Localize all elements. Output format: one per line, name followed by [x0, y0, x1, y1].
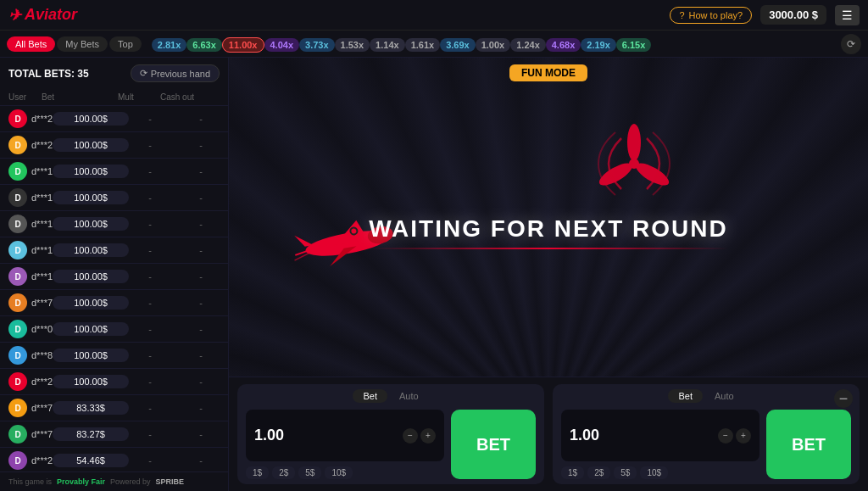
multiplier-badges: 2.81x6.63x11.00x4.04x3.73x1.53x1.14x1.61…: [152, 36, 652, 52]
bet-cashout-cell: -: [171, 429, 228, 439]
bet-amount-1: 1.00: [254, 427, 398, 444]
shortcut-10s[interactable]: 10$: [325, 466, 353, 479]
multiplier-badge[interactable]: 6.15x: [616, 38, 652, 52]
table-row: D d***1 100.00$ - -: [0, 264, 228, 290]
bet-panel-2-inner: 1.00 − + 1$ 2$ 5$ 10$: [561, 410, 851, 479]
bet-user: D d***2: [8, 136, 53, 154]
tab-top[interactable]: Top: [109, 36, 142, 52]
shortcut2-5s[interactable]: 5$: [614, 466, 637, 479]
multiplier-badge[interactable]: 3.73x: [299, 38, 335, 52]
bet-amount-controls-1: − +: [403, 428, 436, 444]
multiplier-bar: All Bets My Bets Top 2.81x6.63x11.00x4.0…: [0, 31, 868, 58]
bet-cashout-cell: -: [171, 192, 228, 203]
tabs: All Bets My Bets Top: [7, 36, 142, 52]
bet-amount-cell: 100.00$: [53, 296, 129, 310]
bet-cashout-cell: -: [171, 140, 228, 150]
bet-mult-cell: -: [129, 166, 171, 176]
bet-amount-cell: 100.00$: [53, 270, 129, 283]
fun-mode-badge: FUN MODE: [509, 64, 587, 81]
shortcut2-1s[interactable]: 1$: [561, 466, 584, 479]
multiplier-badge[interactable]: 2.19x: [581, 38, 616, 52]
bet-mult-cell: -: [129, 403, 171, 413]
bet-cashout-cell: -: [171, 219, 228, 229]
shortcut-1s[interactable]: 1$: [246, 466, 269, 479]
game-area: FUN MODE: [229, 58, 868, 491]
multiplier-badge[interactable]: 2.81x: [152, 38, 187, 52]
bet-amount-cell: 100.00$: [53, 191, 129, 204]
bet-plus-2[interactable]: +: [736, 428, 751, 444]
table-row: D d***1 100.00$ - -: [0, 211, 228, 237]
multiplier-badge[interactable]: 3.69x: [440, 38, 476, 52]
multiplier-badge[interactable]: 4.68x: [546, 38, 581, 52]
remove-panel-button[interactable]: −: [834, 389, 853, 408]
bet-panel-2-tab-bet[interactable]: Bet: [668, 389, 703, 403]
balance-display: 3000.00 $: [760, 5, 826, 25]
avatar: D: [8, 425, 27, 444]
bet-mult-cell: -: [129, 455, 171, 466]
username: d***1: [31, 219, 53, 229]
bet-cashout-cell: -: [171, 403, 228, 413]
username: d***1: [31, 245, 53, 255]
avatar: D: [8, 241, 27, 259]
multiplier-badge[interactable]: 4.04x: [264, 38, 300, 52]
bet-button-2[interactable]: BET: [766, 410, 851, 479]
question-icon: ?: [679, 10, 684, 20]
bet-cashout-cell: -: [171, 166, 228, 176]
multiplier-badge[interactable]: 1.24x: [510, 38, 546, 52]
table-row: D d***7 100.00$ - -: [0, 290, 228, 316]
multiplier-badge[interactable]: 11.00x: [222, 37, 264, 53]
bet-input-1[interactable]: 1.00 − +: [246, 410, 444, 461]
avatar: D: [8, 451, 27, 470]
svg-point-0: [627, 124, 641, 161]
previous-hand-button[interactable]: ⟳ Previous hand: [131, 64, 220, 82]
bet-button-1[interactable]: BET: [451, 410, 536, 479]
bet-cashout-cell: -: [171, 245, 228, 255]
sidebar: TOTAL BETS: 35 ⟳ Previous hand User Bet …: [0, 58, 229, 491]
tab-all-bets[interactable]: All Bets: [7, 36, 55, 52]
bet-user: D d***1: [8, 267, 53, 286]
bets-list: D d***2 100.00$ - - D d***2 100.00$ - - …: [0, 106, 228, 471]
bet-minus-2[interactable]: −: [718, 428, 733, 444]
history-small-icon: ⟳: [140, 68, 147, 79]
total-bets-label: TOTAL BETS:: [8, 68, 75, 80]
bet-panel-1-left: 1.00 − + 1$ 2$ 5$ 10$: [246, 410, 444, 479]
bet-user: D d***2: [8, 372, 53, 391]
menu-button[interactable]: ☰: [835, 5, 860, 25]
multiplier-badge[interactable]: 6.63x: [186, 38, 222, 52]
footer-text: This game is: [8, 477, 52, 486]
multiplier-badge[interactable]: 1.53x: [335, 38, 370, 52]
shortcut2-2s[interactable]: 2$: [587, 466, 610, 479]
sidebar-footer: This game is Provably Fair Powered by SP…: [0, 471, 228, 491]
company-label: SPRIBE: [156, 477, 185, 486]
bet-plus-1[interactable]: +: [420, 428, 436, 444]
svg-marker-8: [295, 232, 314, 248]
bet-mult-cell: -: [129, 377, 171, 387]
bet-user: D d***0: [8, 320, 53, 338]
bet-user: D d***2: [8, 109, 53, 128]
bet-cashout-cell: -: [171, 271, 228, 282]
bet-user: D d***1: [8, 188, 53, 207]
bet-panel-1-tab-auto[interactable]: Auto: [389, 389, 429, 403]
waiting-line: [369, 248, 728, 249]
avatar: D: [8, 188, 27, 207]
multiplier-badge[interactable]: 1.00x: [476, 38, 511, 52]
shortcut-2s[interactable]: 2$: [272, 466, 295, 479]
bet-shortcuts-2: 1$ 2$ 5$ 10$: [561, 466, 760, 479]
bets-table-header: User Bet Mult Cash out: [0, 89, 228, 106]
multiplier-badge[interactable]: 1.61x: [405, 38, 441, 52]
tab-my-bets[interactable]: My Bets: [57, 36, 108, 52]
how-to-play-button[interactable]: ? How to play?: [670, 7, 752, 24]
waiting-text-container: WAITING FOR NEXT ROUND: [369, 215, 728, 249]
multiplier-badge[interactable]: 1.14x: [370, 38, 405, 52]
shortcut-5s[interactable]: 5$: [298, 466, 321, 479]
bet-input-2[interactable]: 1.00 − +: [561, 410, 760, 461]
table-row: D d***2 100.00$ - -: [0, 106, 228, 132]
bet-panel-2-tab-auto[interactable]: Auto: [704, 389, 744, 403]
history-icon-button[interactable]: ⟳: [841, 34, 861, 54]
bet-minus-1[interactable]: −: [403, 428, 418, 444]
bet-panel-1-tab-bet[interactable]: Bet: [353, 389, 387, 403]
bet-amount-cell: 100.00$: [53, 375, 129, 388]
bet-mult-cell: -: [129, 324, 171, 334]
table-row: D d***1 100.00$ - -: [0, 159, 228, 185]
shortcut2-10s[interactable]: 10$: [640, 466, 668, 479]
